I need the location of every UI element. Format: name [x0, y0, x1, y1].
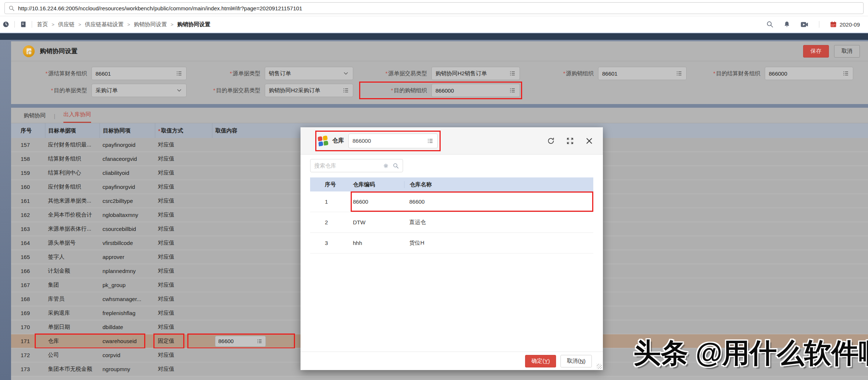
app-icon [23, 45, 35, 57]
cell-target-item: 公司 [45, 348, 100, 362]
cell-value-mode: 对应值 [155, 292, 212, 306]
history-clock-icon[interactable] [2, 21, 10, 28]
gear-icon[interactable] [383, 163, 389, 169]
divider [32, 21, 32, 28]
required-star: * [158, 128, 160, 134]
search-icon[interactable] [393, 163, 399, 169]
dialog-ref-widget: 仓库 866000 [318, 134, 438, 148]
search-placeholder: 搜索仓库 [314, 162, 379, 169]
field-input[interactable]: 销售订单 [265, 67, 353, 80]
cell-target-field: corpvid [100, 348, 155, 362]
cell-target-field: cpayfinorgoid [100, 138, 155, 152]
cell-target-item: 源头单据号 [45, 236, 100, 250]
form-field: *源单据交易类型 购销协同H2销售订单 [361, 67, 520, 80]
dialog-column-header: 仓库名称 [404, 181, 593, 188]
cell-target-field: cliabilityoid [100, 166, 155, 180]
dialog-column-header: 仓库编码 [351, 181, 404, 188]
breadcrumb-item[interactable]: 首页 [37, 21, 48, 28]
chevron-down-icon [343, 70, 349, 77]
cell-warehouse-code: 86600 [351, 198, 404, 205]
cell-seq: 3 [310, 240, 351, 246]
header-panel: 购销协同设置 保存 取消 *源结算财务组织 86601 *源单据类型 销售订单 … [11, 41, 868, 104]
required-star: * [230, 70, 232, 76]
browser-url-bar: http://10.16.224.66:2005/nccloud/resourc… [0, 0, 868, 16]
form-field: *目的结算财务组织 866000 [695, 67, 853, 80]
field-label: *源单据交易类型 [361, 70, 427, 77]
dialog-row-wrap: 86600 86600 [351, 191, 593, 212]
tab-separator: | [54, 113, 55, 123]
list-icon [843, 70, 849, 77]
cell-target-item: 全局本币价税合计 [45, 208, 100, 222]
value-content-input[interactable]: 86600 [215, 336, 266, 347]
list-icon [509, 87, 516, 94]
cell-target-item: 结算利润中心 [45, 166, 100, 180]
field-input[interactable]: 866000 [431, 84, 520, 97]
breadcrumb-item[interactable]: 购销协同设置 [134, 21, 167, 28]
dialog-table-row[interactable]: 1 86600 86600 [310, 191, 593, 212]
tab[interactable]: 购销协同 [24, 112, 46, 123]
cell-warehouse-code: hhh [351, 240, 404, 246]
cell-target-item: 应付财务组织最... [45, 138, 100, 152]
field-input[interactable]: 86601 [91, 67, 187, 80]
breadcrumb-separator: > [79, 22, 81, 27]
field-label: *源结算财务组织 [21, 70, 87, 77]
cell-warehouse-name: 货位H [404, 239, 593, 246]
cell-warehouse-name: 直运仓 [404, 219, 593, 226]
cell-seq: 162 [11, 208, 45, 222]
refresh-icon[interactable] [547, 137, 555, 145]
notification-bell-icon[interactable] [783, 21, 791, 28]
dialog-table-row[interactable]: 2 DTW 直运仓 [310, 212, 593, 233]
warehouse-search-input[interactable]: 搜索仓库 [310, 159, 403, 172]
ok-button[interactable]: 确定(Y) [525, 355, 556, 367]
grid-column-header: 序号 [11, 123, 45, 138]
field-label: *目的单据交易类型 [195, 87, 260, 94]
dialog-table-row[interactable]: 3 hhh 货位H [310, 233, 593, 253]
cancel-button[interactable]: 取消 [834, 45, 860, 58]
breadcrumb-item[interactable]: 供应链基础设置 [85, 21, 124, 28]
field-input[interactable]: 购销协同H2销售订单 [431, 67, 520, 80]
field-input[interactable]: 购销协同H2采购订单 [265, 84, 353, 97]
field-input[interactable]: 866000 [765, 67, 853, 80]
save-button[interactable]: 保存 [803, 45, 829, 58]
cell-value-mode: 对应值 [155, 362, 212, 376]
cell-target-field: cfanaceorgvid [100, 152, 155, 166]
cell-seq: 170 [11, 320, 45, 334]
cell-target-field: nplannedmny [100, 264, 155, 278]
resize-grip[interactable] [597, 364, 602, 369]
fullscreen-icon[interactable] [566, 137, 574, 145]
cell-seq: 172 [11, 348, 45, 362]
dialog-row-wrap: hhh 货位H [351, 233, 593, 253]
field-input[interactable]: 采购订单 [91, 84, 187, 97]
cell-value-mode: 对应值 [155, 208, 212, 222]
cell-target-field: cwarehouseid [100, 334, 155, 348]
menu-book-icon[interactable] [20, 21, 27, 28]
url-search-icon [8, 5, 15, 11]
breadcrumb-item[interactable]: 购销协同设置 [177, 21, 210, 28]
breadcrumb-item[interactable]: 供应链 [58, 21, 75, 28]
dialog-cancel-button[interactable]: 取消(N) [560, 355, 592, 367]
cell-target-field: csourcebillbid [100, 222, 155, 236]
required-star: * [213, 87, 215, 93]
search-icon[interactable] [766, 21, 774, 28]
video-icon[interactable] [800, 20, 809, 29]
field-value: 866000 [769, 70, 843, 77]
cell-target-item: 计划金额 [45, 264, 100, 278]
page-title: 购销协同设置 [40, 47, 77, 55]
cell-value-mode: 对应值 [155, 166, 212, 180]
list-icon [257, 338, 263, 344]
dialog-ref-input[interactable]: 866000 [348, 134, 438, 148]
tab[interactable]: 出入库协同 [63, 111, 91, 123]
cell-target-field: vfirstbillcode [100, 236, 155, 250]
business-date[interactable]: 2020-09 [830, 21, 860, 28]
field-label: *源单据类型 [195, 70, 260, 77]
url-input[interactable]: http://10.16.224.66:2005/nccloud/resourc… [4, 2, 864, 14]
breadcrumb-separator: > [127, 22, 130, 27]
cell-seq: 168 [11, 292, 45, 306]
calendar-icon [830, 21, 837, 28]
form-row-1: *源结算财务组织 86601 *源单据类型 销售订单 *源单据交易类型 购销协同… [11, 65, 868, 82]
close-icon[interactable] [585, 137, 593, 145]
dialog-table: 序号 仓库编码 仓库名称 1 86600 86600 2 DTW 直运仓 3 h… [310, 177, 593, 253]
field-input[interactable]: 86601 [598, 67, 687, 80]
cell-warehouse-name: 86600 [404, 198, 593, 205]
cell-value-mode: 对应值 [155, 306, 212, 320]
